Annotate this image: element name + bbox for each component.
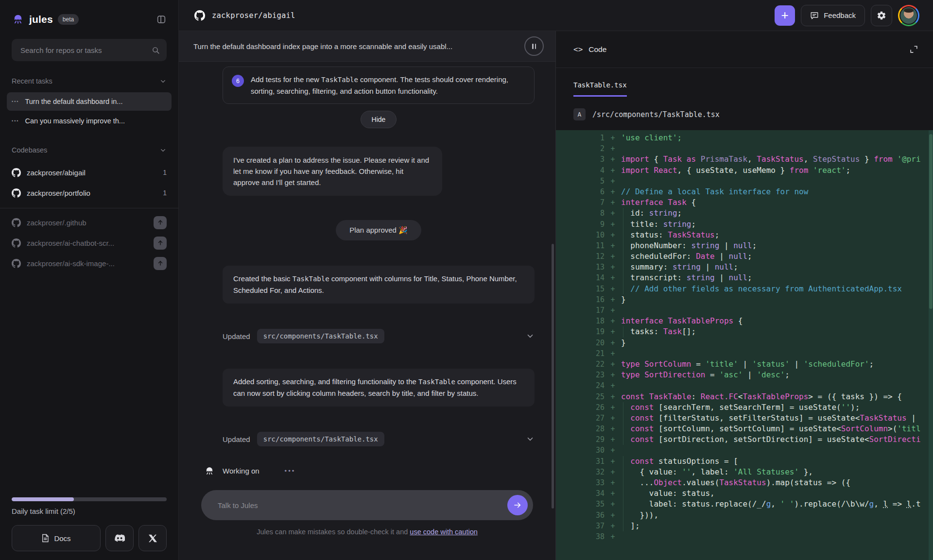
code-text: import React, { useState, useMemo } from… — [621, 165, 850, 176]
code-text: } — [621, 338, 626, 348]
sidebar-item-recent-task-2[interactable]: Can you massively improve th... — [7, 112, 172, 130]
line-number: 23 — [556, 370, 605, 380]
code-text: const statusOptions = [ — [621, 456, 738, 467]
chat-input[interactable] — [217, 501, 507, 510]
sidebar-item-codebase-ai-chatbot[interactable]: zackproser/ai-chatbot-scr... — [12, 233, 167, 253]
settings-button[interactable] — [871, 5, 892, 26]
sidebar-item-codebase-portfolio[interactable]: zackproser/portfolio 1 — [12, 183, 167, 203]
diff-added-marker: + — [605, 272, 621, 283]
docs-label: Docs — [54, 534, 70, 543]
code-panel-header: <> Code — [556, 31, 933, 68]
line-number: 35 — [556, 499, 605, 509]
user-avatar[interactable] — [898, 5, 919, 26]
line-number: 19 — [556, 326, 605, 337]
sidebar-item-codebase-ai-sdk[interactable]: zackproser/ai-sdk-image-... — [12, 253, 167, 273]
feedback-button[interactable]: Feedback — [801, 5, 865, 26]
document-icon — [41, 534, 49, 543]
feedback-label: Feedback — [824, 11, 856, 19]
plan-step-6: 6 Add tests for the new TaskTable compon… — [223, 67, 535, 104]
line-number: 4 — [556, 165, 605, 176]
code-scrollbar[interactable] — [929, 130, 933, 560]
new-task-button[interactable]: + — [775, 5, 795, 26]
line-number: 2 — [556, 143, 605, 154]
line-number: 25 — [556, 391, 605, 402]
line-number: 30 — [556, 445, 605, 456]
line-number: 16 — [556, 294, 605, 305]
line-number: 31 — [556, 456, 605, 467]
divider — [0, 208, 178, 208]
chevron-down-icon[interactable] — [526, 435, 535, 443]
codebase-name: zackproser/ai-sdk-image-... — [27, 259, 115, 268]
search-input[interactable] — [19, 46, 152, 55]
pause-button[interactable] — [524, 36, 544, 56]
line-number: 3 — [556, 154, 605, 165]
line-number: 38 — [556, 531, 605, 542]
chat-messages[interactable]: 6 Add tests for the new TaskTable compon… — [179, 62, 555, 487]
working-on-label: Working on — [223, 467, 259, 475]
agent-message-added: Added sorting, searching, and filtering … — [223, 369, 535, 407]
step-number-badge: 6 — [232, 75, 244, 87]
diff-added-marker: + — [605, 219, 621, 230]
hide-button[interactable]: Hide — [361, 111, 397, 128]
line-number: 32 — [556, 467, 605, 477]
chat-scrollbar[interactable] — [552, 244, 554, 509]
task-limit-progress — [12, 497, 167, 501]
inline-code: TaskTable — [418, 378, 455, 386]
agent-message-plan: I've created a plan to address the issue… — [223, 147, 442, 196]
diff-added-marker: + — [605, 499, 621, 509]
beta-badge: beta — [58, 14, 79, 25]
file-chip[interactable]: src/components/TaskTable.tsx — [257, 432, 384, 446]
codebase-count-badge: 1 — [163, 169, 167, 176]
code-text: // Define a local Task interface for now — [621, 187, 808, 197]
diff-added-marker: + — [605, 197, 621, 208]
use-code-with-caution-link[interactable]: use code with caution — [410, 528, 477, 536]
sidebar-collapse-icon[interactable] — [156, 14, 167, 25]
plan-approved-badge: Plan approved 🎉 — [336, 220, 421, 240]
recent-tasks-header[interactable]: Recent tasks — [12, 75, 167, 87]
code-diff-view[interactable]: 1+'use client';2+3+import { Task as Pris… — [556, 130, 933, 560]
publish-arrow-button[interactable] — [154, 216, 167, 229]
task-limit-progress-fill — [12, 497, 74, 501]
code-panel-title: Code — [588, 45, 606, 54]
file-path-row: A /src/components/TaskTable.tsx — [573, 108, 916, 120]
code-text: type SortDirection = 'asc' | 'desc'; — [621, 370, 790, 380]
file-chip[interactable]: src/components/TaskTable.tsx — [257, 329, 384, 343]
diff-added-marker: + — [605, 380, 621, 391]
top-actions: + Feedback — [775, 5, 919, 26]
sidebar-item-recent-task-1[interactable]: Turn the default dashboard in... — [7, 92, 172, 111]
code-line: 24+ — [556, 380, 933, 391]
discord-button[interactable] — [105, 525, 134, 551]
diff-added-marker: + — [605, 240, 621, 251]
chat-input-bar[interactable] — [201, 490, 533, 520]
code-line: 9+ title: string; — [556, 219, 933, 230]
send-button[interactable] — [507, 495, 528, 515]
main-area: zackproser/abigail + Feedback — [179, 0, 933, 560]
publish-arrow-button[interactable] — [154, 257, 167, 270]
github-icon — [194, 10, 205, 21]
code-scrollbar-thumb[interactable] — [929, 134, 933, 309]
code-line: 20+} — [556, 338, 933, 348]
codebases-header[interactable]: Codebases — [12, 144, 167, 156]
sidebar-search[interactable] — [12, 39, 167, 61]
sidebar-item-codebase-github[interactable]: zackproser/.github — [12, 212, 167, 233]
updated-label: Updated — [223, 332, 250, 340]
code-text: import { Task as PrismaTask, TaskStatus,… — [621, 154, 921, 165]
code-line: 36+ })), — [556, 510, 933, 521]
jules-octopus-icon — [204, 466, 215, 476]
x-twitter-button[interactable] — [138, 525, 167, 551]
expand-icon[interactable] — [909, 45, 918, 54]
sidebar-item-codebase-abigail[interactable]: zackproser/abigail 1 — [12, 162, 167, 183]
code-line: 12+ scheduledFor: Date | null; — [556, 251, 933, 262]
repo-title: zackproser/abigail — [194, 10, 295, 21]
disclaimer-text: Jules can make mistakes so double-check … — [257, 528, 410, 536]
chevron-down-icon[interactable] — [526, 332, 535, 340]
diff-added-marker: + — [605, 143, 621, 154]
feedback-message-icon — [810, 11, 819, 20]
diff-added-marker: + — [605, 434, 621, 445]
publish-arrow-button[interactable] — [154, 237, 167, 250]
diff-added-marker: + — [605, 230, 621, 240]
code-line: 28+ const [sortColumn, setSortColumn] = … — [556, 424, 933, 434]
tab-tasktable-tsx[interactable]: TaskTable.tsx — [573, 81, 627, 97]
docs-button[interactable]: Docs — [12, 525, 101, 551]
code-text: title: string; — [621, 219, 696, 230]
